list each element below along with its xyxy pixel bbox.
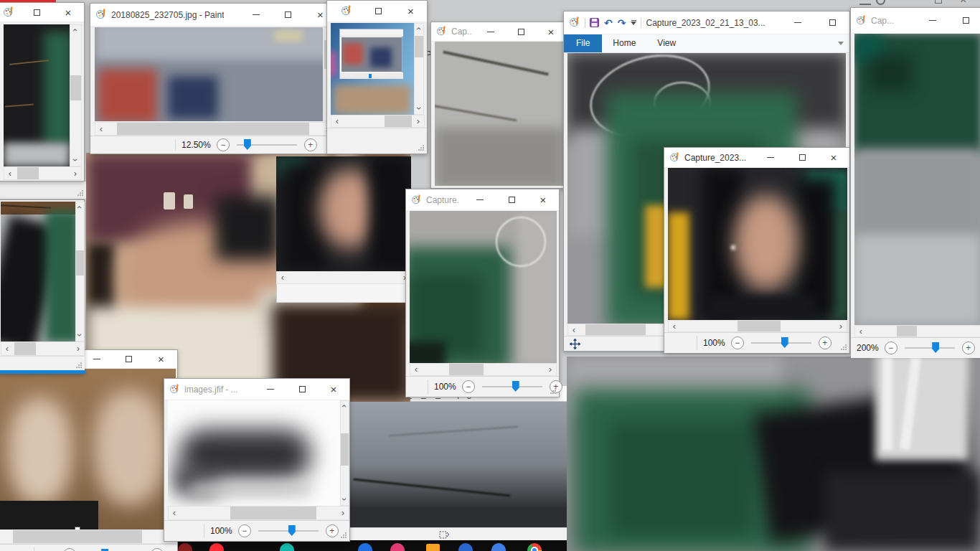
zoom-in-button[interactable]: + bbox=[819, 336, 831, 349]
scrollbar-thumb[interactable] bbox=[230, 507, 316, 519]
scrollbar-track[interactable] bbox=[180, 507, 337, 519]
resize-grip[interactable] bbox=[77, 190, 84, 197]
scroll-down-icon[interactable]: › bbox=[341, 494, 349, 505]
scrollbar-thumb[interactable] bbox=[14, 342, 36, 355]
close-button[interactable]: × bbox=[536, 22, 566, 41]
title-bar[interactable]: × bbox=[0, 3, 84, 22]
close-button[interactable]: × bbox=[395, 1, 427, 22]
close-button[interactable]: × bbox=[818, 148, 849, 167]
maximize-button[interactable] bbox=[272, 4, 304, 26]
scrollbar-thumb[interactable] bbox=[70, 75, 81, 100]
hscrollbar[interactable]: ‹ › bbox=[95, 122, 334, 136]
image-canvas[interactable] bbox=[168, 400, 340, 506]
scroll-right-icon[interactable]: › bbox=[835, 321, 847, 331]
zoom-slider[interactable] bbox=[237, 144, 297, 146]
maximize-button[interactable] bbox=[815, 11, 849, 34]
hscrollbar[interactable]: ‹ › bbox=[168, 506, 349, 520]
scrollbar-track[interactable] bbox=[0, 530, 164, 543]
scrollbar-thumb[interactable] bbox=[415, 36, 423, 57]
scroll-left-icon[interactable]: ‹ bbox=[410, 364, 422, 375]
zoom-out-button[interactable]: − bbox=[217, 138, 230, 151]
hscrollbar[interactable]: ‹ bbox=[854, 325, 980, 337]
portrait-canvas[interactable] bbox=[668, 168, 847, 320]
scroll-left-icon[interactable]: ‹ bbox=[277, 273, 288, 283]
back-window-canvas[interactable] bbox=[331, 402, 567, 527]
maximize-button[interactable] bbox=[496, 189, 527, 210]
scrollbar-track[interactable] bbox=[415, 34, 423, 103]
minimize-button[interactable] bbox=[240, 4, 272, 26]
scroll-left-icon[interactable]: ‹ bbox=[1, 344, 13, 354]
minimize-button[interactable] bbox=[476, 22, 506, 41]
scrollbar-track[interactable] bbox=[341, 412, 349, 494]
zoom-slider-thumb[interactable] bbox=[288, 525, 296, 536]
scroll-right-icon[interactable]: › bbox=[545, 364, 556, 375]
zoom-slider-thumb[interactable] bbox=[512, 381, 519, 392]
redo-icon[interactable]: ↷ bbox=[618, 18, 626, 28]
restore-button[interactable] bbox=[935, 0, 942, 4]
minimize-button[interactable] bbox=[755, 148, 786, 167]
zoom-out-button[interactable]: − bbox=[238, 524, 251, 537]
zoom-slider[interactable] bbox=[751, 342, 811, 344]
search-icon[interactable] bbox=[876, 0, 885, 5]
scroll-left-icon[interactable]: ‹ bbox=[95, 124, 107, 134]
title-bar[interactable]: Capture... × bbox=[406, 189, 559, 211]
scrollbar-track[interactable] bbox=[867, 326, 980, 336]
hscrollbar[interactable]: ‹ › bbox=[4, 166, 82, 180]
backdrop-image-canvas[interactable] bbox=[567, 357, 980, 551]
scrollbar-track[interactable] bbox=[107, 123, 321, 135]
zoom-slider[interactable] bbox=[258, 530, 319, 532]
face-inset-hscrollbar[interactable]: ‹ › bbox=[276, 271, 411, 284]
scroll-down-icon[interactable]: › bbox=[415, 103, 423, 114]
scroll-left-icon[interactable]: ‹ bbox=[4, 169, 16, 179]
scroll-left-icon[interactable]: ‹ bbox=[169, 508, 180, 518]
zoom-in-button[interactable]: + bbox=[304, 138, 317, 151]
resize-grip[interactable] bbox=[341, 532, 347, 539]
minimize-button[interactable] bbox=[916, 8, 949, 33]
scrollbar-track[interactable] bbox=[288, 272, 399, 283]
zoom-slider-thumb[interactable] bbox=[244, 139, 251, 150]
scroll-left-icon[interactable]: ‹ bbox=[855, 326, 867, 336]
scrollbar-track[interactable] bbox=[680, 321, 835, 331]
vscrollbar[interactable]: ‹ › bbox=[70, 24, 82, 166]
scroll-right-icon[interactable]: › bbox=[70, 169, 81, 179]
vscrollbar[interactable]: ‹ › bbox=[340, 400, 349, 506]
close-button[interactable]: × bbox=[318, 379, 349, 400]
zoom-in-button[interactable]: + bbox=[962, 342, 975, 354]
title-bar[interactable]: images.jfif - ... × bbox=[164, 379, 349, 400]
hscrollbar[interactable]: ‹ › bbox=[1, 342, 85, 356]
qat-dropdown-icon[interactable] bbox=[631, 20, 636, 25]
maximize-button[interactable] bbox=[506, 22, 536, 41]
scrollbar-thumb[interactable] bbox=[449, 364, 484, 375]
hscrollbar[interactable]: ‹ › bbox=[410, 363, 557, 376]
zoom-slider-thumb[interactable] bbox=[932, 342, 939, 353]
scrollbar-thumb[interactable] bbox=[897, 326, 917, 336]
scrollbar-track[interactable] bbox=[13, 342, 72, 355]
image-canvas[interactable] bbox=[410, 211, 557, 363]
scroll-up-icon[interactable]: ‹ bbox=[415, 24, 423, 34]
title-bar[interactable]: Capture_2023... × bbox=[664, 148, 849, 168]
close-button[interactable]: × bbox=[960, 0, 966, 6]
scroll-right-icon[interactable]: › bbox=[413, 116, 424, 126]
tab-file[interactable]: File bbox=[564, 34, 602, 52]
title-bar[interactable]: 20180825_232705.jpg - Paint × bbox=[90, 4, 336, 27]
resize-grip[interactable] bbox=[76, 362, 83, 369]
ribbon-collapse-icon[interactable] bbox=[838, 42, 844, 45]
maximize-button[interactable] bbox=[113, 350, 145, 368]
zoom-slider[interactable] bbox=[482, 386, 542, 387]
scrollbar-track[interactable] bbox=[76, 213, 84, 330]
scrollbar-thumb[interactable] bbox=[76, 250, 84, 276]
scrollbar-track[interactable] bbox=[16, 167, 70, 179]
close-button[interactable]: × bbox=[52, 3, 84, 22]
file-explorer-icon[interactable] bbox=[426, 544, 440, 551]
hscrollbar[interactable]: ‹ › bbox=[331, 115, 425, 128]
image-canvas[interactable] bbox=[4, 24, 70, 166]
scroll-up-icon[interactable]: ‹ bbox=[341, 401, 349, 412]
save-icon[interactable] bbox=[590, 18, 599, 27]
image-canvas[interactable] bbox=[435, 42, 564, 186]
tab-view[interactable]: View bbox=[646, 34, 687, 52]
resize-grip[interactable] bbox=[550, 388, 557, 395]
screenshot-canvas[interactable] bbox=[331, 23, 414, 115]
undo-icon[interactable]: ↶ bbox=[604, 18, 613, 28]
hscrollbar[interactable]: ‹ › bbox=[668, 320, 847, 332]
scroll-right-icon[interactable]: › bbox=[72, 344, 84, 354]
